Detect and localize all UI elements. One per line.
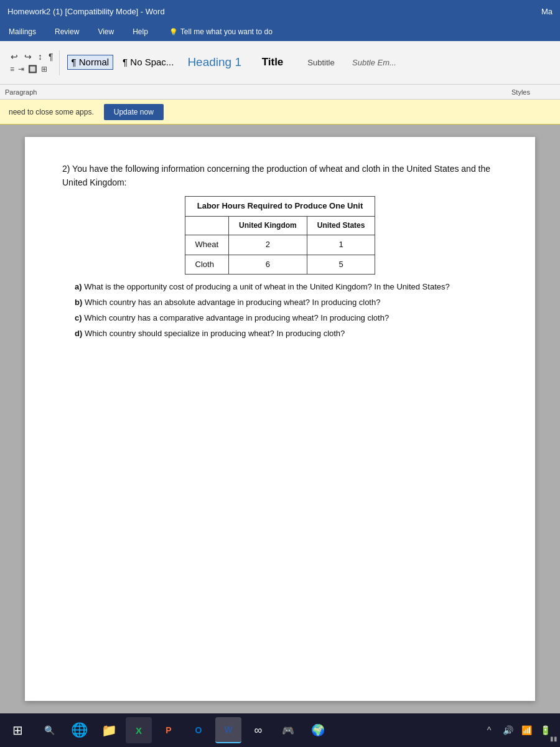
title-bar-right: Ma [541,7,553,16]
show-desktop-icon[interactable]: ▮▮ [550,735,558,742]
taskbar-app8[interactable]: ∞ [245,717,271,743]
table-cell-wheat-item: Wheat [185,235,229,255]
question-2-title: 2) You have the following information co… [62,162,498,190]
menu-view[interactable]: View [94,25,118,39]
ribbon: ↩ ↪ ↕ ¶ ≡ ⇥ 🔲 ⊞ ¶ Normal ¶ No Spac... He… [0,41,560,85]
ribbon-icons-row2: ≡ ⇥ 🔲 ⊞ [9,64,49,74]
menu-bar: Mailings Review View Help 💡 Tell me what… [0,22,560,41]
labor-hours-table: Labor Hours Required to Produce One Unit… [185,196,376,275]
tell-me-bar[interactable]: 💡 Tell me what you want to do [169,27,273,36]
taskbar-file-explorer[interactable]: 📁 [96,717,122,743]
style-no-spacing-preview: ¶ No Spac... [123,57,174,68]
pilcrow-icon[interactable]: ¶ [47,50,55,63]
tell-me-text: Tell me what you want to do [180,27,273,36]
style-heading1-preview: Heading 1 [187,55,241,70]
paragraph-label: Paragraph [5,88,37,96]
indent-icon[interactable]: ⇥ [17,64,26,74]
ribbon-footer: Paragraph Styles [0,85,560,100]
sub-item-d-letter: d) [75,329,82,338]
style-title[interactable]: Title [251,54,294,70]
title-bar: Homework2 (1) [Compatibility Mode] - Wor… [0,0,560,22]
tray-up-icon[interactable]: ^ [482,723,497,738]
taskbar-search[interactable]: 🔍 [36,717,62,743]
sub-item-b: b) Which country has an absolute advanta… [75,296,498,309]
taskbar-chrome[interactable]: 🌍 [305,717,331,743]
lightbulb-icon: 💡 [169,28,178,36]
taskbar-edge[interactable]: 🌐 [66,717,92,743]
style-subtle-em-preview: Subtle Em... [352,58,396,68]
table-col-uk: United Kingdom [229,216,307,235]
table-row-cloth: Cloth 6 5 [185,255,375,275]
style-normal-preview: ¶ Normal [72,57,110,68]
table-col-us: United States [307,216,375,235]
undo-icon[interactable]: ↩ [9,50,20,63]
sub-item-a: a) What is the opportunity cost of produ… [75,281,498,294]
table-row-wheat: Wheat 2 1 [185,235,375,255]
document-area: 2) You have the following information co… [0,125,560,713]
border-icon[interactable]: ⊞ [40,64,49,74]
menu-review[interactable]: Review [51,25,83,39]
taskbar-powerpoint[interactable]: P [156,717,182,743]
sub-item-b-letter: b) [75,298,82,307]
table-cell-wheat-uk: 2 [229,235,307,255]
sub-item-c: c) Which country has a comparative advan… [75,312,498,325]
ribbon-left-section: ↩ ↪ ↕ ¶ ≡ ⇥ 🔲 ⊞ [5,50,60,75]
taskbar-outlook[interactable]: O [185,717,212,743]
style-subtle-em[interactable]: Subtle Em... [348,56,401,70]
sort-icon[interactable]: ↕ [36,50,44,63]
update-now-button[interactable]: Update now [104,104,164,120]
style-title-preview: Title [262,56,284,68]
start-button[interactable]: ⊞ [5,718,30,743]
shading-icon[interactable]: 🔲 [27,64,39,74]
style-normal[interactable]: ¶ Normal [67,55,114,70]
tray-network-icon[interactable]: 📶 [519,723,534,738]
sub-item-a-letter: a) [75,282,82,291]
update-bar: need to close some apps. Update now [0,100,560,125]
sub-item-a-text: What is the opportunity cost of producin… [84,282,450,291]
style-subtitle[interactable]: Subtitle [299,56,343,70]
ribbon-icons-row1: ↩ ↪ ↕ ¶ [9,50,55,63]
redo-icon[interactable]: ↪ [22,50,34,63]
table-cell-cloth-uk: 6 [229,255,307,275]
style-no-spacing[interactable]: ¶ No Spac... [118,55,178,70]
styles-area: ¶ Normal ¶ No Spac... Heading 1 Title Su… [62,51,555,74]
sub-item-c-text: Which country has a comparative advantag… [84,313,389,322]
menu-mailings[interactable]: Mailings [5,25,40,39]
taskbar-app9[interactable]: 🎮 [275,717,301,743]
taskbar-excel[interactable]: X [126,717,152,743]
menu-help[interactable]: Help [129,25,152,39]
align-left-icon[interactable]: ≡ [9,64,16,74]
table-cell-wheat-us: 1 [307,235,375,255]
table-cell-cloth-item: Cloth [185,255,229,275]
table-main-header: Labor Hours Required to Produce One Unit [185,196,375,216]
sub-item-b-text: Which country has an absolute advantage … [85,298,381,307]
update-bar-text: need to close some apps. [9,108,94,116]
sub-item-c-letter: c) [75,313,82,322]
tray-volume-icon[interactable]: 🔊 [500,723,515,738]
taskbar-tray: ^ 🔊 📶 🔋 [482,723,555,738]
table-col-item [185,216,229,235]
taskbar: ⊞ 🔍 🌐 📁 X P O W ∞ 🎮 🌍 ^ 🔊 📶 🔋 ▮▮ [0,713,560,747]
sub-item-d: d) Which country should specialize in pr… [75,327,498,341]
styles-label: Styles [511,88,530,96]
table-cell-cloth-us: 5 [307,255,375,275]
taskbar-word[interactable]: W [215,717,241,743]
question-2-intro: 2) You have the following information co… [62,164,490,187]
sub-items-list: a) What is the opportunity cost of produ… [75,281,498,340]
style-subtitle-preview: Subtitle [307,58,334,68]
question-2: 2) You have the following information co… [62,162,498,341]
document-page: 2) You have the following information co… [25,137,535,701]
sub-item-d-text: Which country should specialize in produ… [85,329,345,338]
style-heading1[interactable]: Heading 1 [183,54,246,72]
window-title: Homework2 (1) [Compatibility Mode] - Wor… [7,7,165,16]
